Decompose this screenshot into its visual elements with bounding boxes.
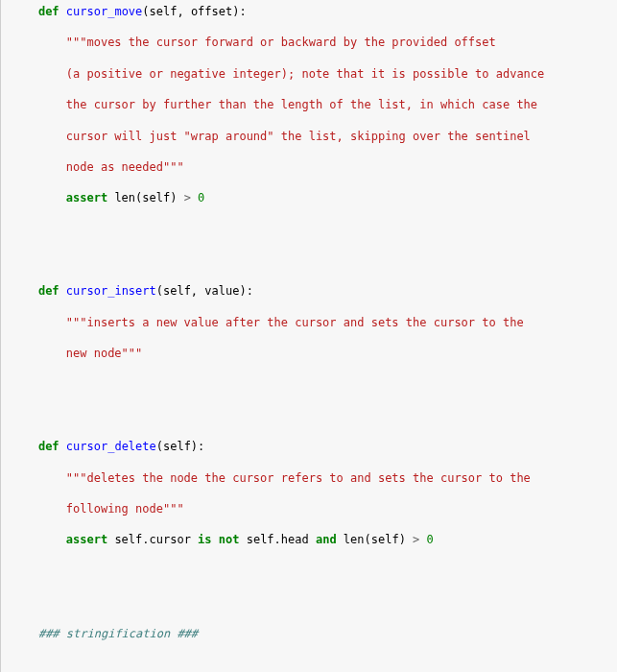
- params: (self, value):: [156, 284, 253, 298]
- expr: self.cursor: [107, 533, 198, 546]
- params: (self, offset):: [142, 5, 246, 18]
- docstring: """moves the cursor forward or backward …: [66, 36, 496, 49]
- docstring: new node""": [66, 347, 142, 360]
- op: >: [184, 191, 191, 204]
- keyword-not: not: [219, 533, 240, 546]
- docstring: the cursor by further than the length of…: [66, 98, 537, 111]
- number: 0: [419, 533, 433, 546]
- func-name: cursor_move: [66, 5, 142, 18]
- expr: len(self): [337, 533, 413, 546]
- keyword-and: and: [316, 533, 337, 546]
- keyword-def: def: [38, 440, 59, 453]
- keyword-is: is: [198, 533, 211, 546]
- keyword-def: def: [38, 284, 59, 298]
- number: 0: [191, 191, 204, 204]
- keyword-def: def: [38, 5, 59, 18]
- keyword-assert: assert: [66, 533, 107, 546]
- docstring: node as needed""": [66, 160, 184, 174]
- code-viewport: def cursor_move(self, offset): """moves …: [0, 0, 617, 672]
- docstring: (a positive or negative integer); note t…: [66, 67, 545, 81]
- space: [212, 533, 219, 546]
- func-name: cursor_delete: [66, 440, 156, 453]
- docstring: """inserts a new value after the cursor …: [66, 316, 524, 329]
- expr: self.head: [239, 533, 315, 546]
- docstring: cursor will just "wrap around" the list,…: [66, 130, 531, 143]
- expr: len(self): [107, 191, 183, 204]
- section-comment: ### stringification ###: [38, 627, 198, 640]
- func-name: cursor_insert: [66, 284, 156, 298]
- params: (self):: [156, 440, 205, 453]
- docstring: following node""": [66, 502, 184, 516]
- code-block: def cursor_move(self, offset): """moves …: [1, 4, 617, 672]
- docstring: """deletes the node the cursor refers to…: [66, 471, 531, 485]
- keyword-assert: assert: [66, 191, 107, 204]
